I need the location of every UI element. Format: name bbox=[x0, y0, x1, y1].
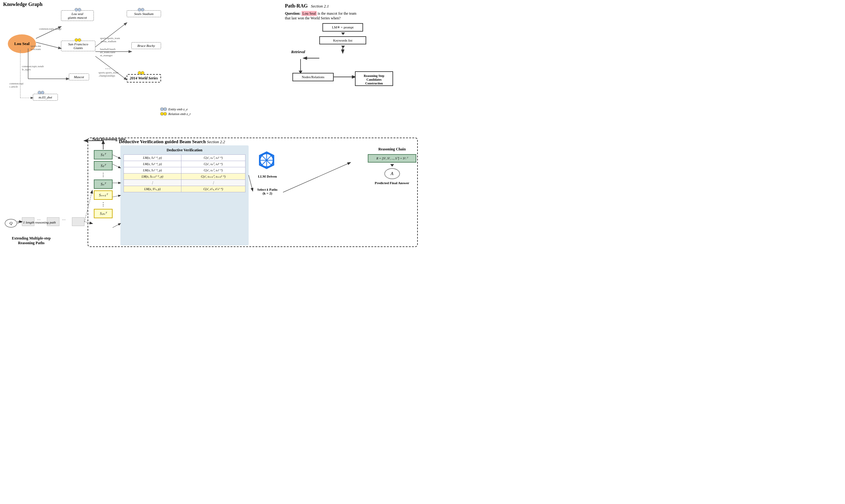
svg-point-30 bbox=[138, 8, 141, 11]
emb-world-series bbox=[138, 71, 144, 75]
question-highlight: Lou Seal bbox=[302, 11, 317, 16]
svg-text:Candidates: Candidates bbox=[366, 78, 381, 81]
svg-point-27 bbox=[164, 112, 167, 115]
lou-seal-node: Lou Seal bbox=[8, 34, 36, 53]
svg-line-6 bbox=[95, 23, 127, 47]
pathrag-title: Path-RAG bbox=[285, 3, 308, 9]
dv-row-n1: LM(x, Sₙ₊₁¹⁻¹, p) C(x′, sₙ₊₁ᵀ, sₙ₊₁¹⁻¹) bbox=[124, 174, 246, 180]
svg-text:sports.sports_team: sports.sports_team bbox=[100, 37, 120, 40]
svg-text:all_team.curre: all_team.curre bbox=[100, 51, 115, 54]
t-minus-1-label: T − 1 length reasoning path bbox=[17, 220, 58, 224]
pathrag-flow-svg: Nodes/Relations Reasoning Step Candidate… bbox=[285, 42, 419, 104]
svg-text:nt_manager: nt_manager bbox=[100, 54, 112, 57]
svg-text:.championships: .championships bbox=[98, 74, 115, 77]
lm-prompt-box: LM✳ + prompt bbox=[322, 23, 363, 32]
dv-row-n: LM(x, Sₙ¹⁻¹, p) C(x′, sₙᵀ, sₙ¹⁻¹) bbox=[124, 167, 246, 174]
emb-m03dwt bbox=[37, 91, 44, 94]
svg-text:.arena_stadium: .arena_stadium bbox=[100, 40, 116, 43]
svg-point-29 bbox=[78, 8, 81, 11]
path-dots-2: ··· bbox=[62, 217, 66, 223]
svg-text:sports.sports_team: sports.sports_team bbox=[98, 71, 119, 74]
select-k-paths: Select k Paths(k = 2) bbox=[252, 187, 283, 195]
s-dots-1: ⋮ bbox=[94, 172, 112, 178]
svg-point-37 bbox=[41, 91, 44, 94]
svg-text:Reasoning Step: Reasoning Step bbox=[364, 74, 384, 77]
bottom-section: Deductive Verification guided Beam Searc… bbox=[0, 128, 422, 250]
svg-text:baseball.baseb: baseball.baseb bbox=[100, 48, 115, 51]
svg-text:le_types: le_types bbox=[22, 68, 31, 71]
entity-world-series: Q 2014 World Series bbox=[127, 74, 161, 83]
kg-title: Knowledge Graph bbox=[3, 2, 197, 7]
svg-text:Construction: Construction bbox=[365, 82, 383, 85]
svg-text:common.topic.notab: common.topic.notab bbox=[22, 65, 44, 68]
dv-lm-n: LM(x, Sₙ¹⁻¹, p) bbox=[124, 167, 181, 174]
sn-box: Sₙᵀ bbox=[94, 179, 112, 189]
svg-line-8 bbox=[95, 56, 127, 80]
s2n-box: S₂ₙᵀ bbox=[94, 209, 112, 218]
kg-arrows-svg: ⋯ common.topic.image sports.ma scot.team… bbox=[3, 2, 197, 124]
question-box: Question: Lou Seal is the mascot for the… bbox=[285, 11, 419, 21]
dv-c-n: C(x′, sₙᵀ, sₙ¹⁻¹) bbox=[181, 167, 245, 174]
svg-text:⋯: ⋯ bbox=[105, 65, 111, 72]
svg-line-0 bbox=[36, 26, 61, 38]
emb-lou-seal-mascot bbox=[74, 8, 81, 12]
svg-point-35 bbox=[141, 71, 144, 74]
rc-title: Reasoning Chain bbox=[368, 147, 416, 151]
rc-formula-box: R = [S¹, S², ..., Sᵀ] = S¹:ᵀ bbox=[368, 154, 416, 163]
a-oval: A bbox=[384, 168, 400, 179]
dv-c-2n: C(x′, s²ₙ, s²ₙ¹⁻¹) bbox=[181, 186, 245, 192]
s2-box: S₂ᵀ bbox=[94, 161, 112, 170]
s1-box: S₁ᵀ bbox=[94, 150, 112, 160]
sn1-box: Sₙ₊₁ᵀ bbox=[94, 191, 112, 200]
entity-lou-seal-mascot: Lou sealgiants mascot bbox=[61, 10, 94, 21]
q-oval: Q bbox=[5, 219, 17, 228]
arrow-to-a bbox=[368, 164, 416, 167]
reasoning-chain-section: Reasoning Chain R = [S¹, S², ..., Sᵀ] = … bbox=[368, 147, 416, 185]
dv-lm-n1: LM(x, Sₙ₊₁¹⁻¹, p) bbox=[124, 174, 181, 180]
arrow-lm-to-keywords bbox=[341, 33, 345, 35]
embedding-legend: Entity emb z_e Relation emb z_r bbox=[160, 107, 191, 116]
entity-emb-label: Entity emb z_e bbox=[168, 108, 187, 111]
llm-driven-label: LLM Driven bbox=[253, 175, 282, 178]
svg-point-24 bbox=[160, 108, 164, 111]
dv-lm-2n: LM(x, S²ₙ, p) bbox=[124, 186, 181, 192]
svg-point-32 bbox=[75, 38, 78, 41]
knowledge-graph-section: Knowledge Graph Lou Seal Lou sealgiants … bbox=[3, 2, 197, 124]
dv-c-2: C(x′, s₂ᵀ, s₂¹⁻¹) bbox=[181, 161, 245, 167]
pathrag-section-num: Section 2.1 bbox=[311, 4, 329, 9]
svg-point-34 bbox=[138, 71, 141, 74]
deductive-verification-area: Deductive Verification LM(x, S₁¹⁻¹, p) C… bbox=[121, 145, 249, 246]
svg-point-36 bbox=[38, 91, 41, 94]
entity-mascot: Mascot bbox=[69, 73, 89, 80]
svg-point-33 bbox=[78, 38, 81, 41]
dv-lm-dots: ⋮ bbox=[124, 180, 181, 186]
svg-text:c.article: c.article bbox=[10, 85, 18, 88]
entity-m03dwt: m.03_dwt bbox=[33, 94, 58, 101]
svg-point-25 bbox=[164, 108, 167, 111]
next-reasoning-step-label: Next Reasoning Step bbox=[92, 137, 125, 142]
path-box-3 bbox=[72, 217, 85, 226]
emb-seals-stadium bbox=[138, 8, 144, 12]
relation-emb-label: Relation emb z_r bbox=[168, 112, 191, 116]
main-container: Knowledge Graph Lou Seal Lou sealgiants … bbox=[0, 0, 422, 252]
dv-row-1: LM(x, S₁¹⁻¹, p) C(x′, s₁ᵀ, s₁¹⁻¹) bbox=[124, 155, 246, 161]
llm-logo bbox=[255, 148, 278, 172]
svg-point-26 bbox=[160, 112, 164, 115]
dv-lm-1: LM(x, S₁¹⁻¹, p) bbox=[124, 155, 181, 161]
dv-c-1: C(x′, s₁ᵀ, s₁¹⁻¹) bbox=[181, 155, 245, 161]
entity-bruce-bochy: Bruce Bochy bbox=[131, 42, 161, 49]
dv-row-2n: LM(x, S²ₙ, p) C(x′, s²ₙ, s²ₙ¹⁻¹) bbox=[124, 186, 246, 192]
entity-sf-giants: San FranciscoGiants bbox=[61, 41, 95, 51]
beam-search-title: Deductive Verification guided Beam Searc… bbox=[119, 139, 225, 144]
dv-table: LM(x, S₁¹⁻¹, p) C(x′, s₁ᵀ, s₁¹⁻¹) LM(x, … bbox=[124, 155, 246, 192]
dv-title: Deductive Verification bbox=[124, 148, 246, 152]
emb-sf-giants bbox=[74, 38, 81, 42]
s-boxes-column: S₁ᵀ S₂ᵀ ⋮ Sₙᵀ Sₙ₊₁ᵀ ⋮ S₂ₙᵀ bbox=[94, 150, 112, 218]
svg-text:common.topic.image: common.topic.image bbox=[39, 27, 61, 30]
svg-text:Nodes/Relations: Nodes/Relations bbox=[302, 75, 325, 79]
extending-label: Extending Multiple-stepReasoning Paths bbox=[8, 236, 55, 246]
dv-lm-2: LM(x, S₂¹⁻¹, p) bbox=[124, 161, 181, 167]
pathrag-section: Path-RAG Section 2.1 Question: Lou Seal … bbox=[285, 3, 419, 111]
svg-point-31 bbox=[141, 8, 144, 11]
svg-text:common.topi: common.topi bbox=[10, 82, 24, 85]
